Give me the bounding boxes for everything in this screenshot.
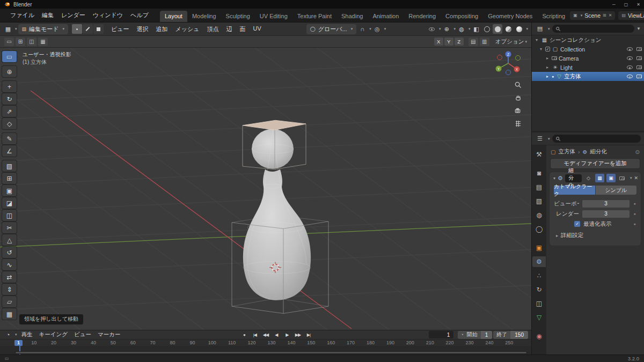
tool-add-cube-button[interactable]: ▧ <box>2 160 17 172</box>
scene-selector[interactable]: ▣ ▾ Scene ⊞ ✕ <box>570 11 615 20</box>
outliner-row-camera[interactable]: ▸ Camera <box>532 54 644 63</box>
properties-tab-world[interactable]: ◯ <box>532 224 546 234</box>
properties-tab-constraints[interactable]: ◫ <box>532 298 546 309</box>
tool-move-button[interactable]: + <box>2 81 17 92</box>
tool-option-icon-1[interactable]: ▭ <box>4 38 14 46</box>
vp-menu-vertex[interactable]: 頂点 <box>203 24 223 34</box>
modifier-extras-icon[interactable]: ▾ <box>630 176 632 180</box>
tool-bevel-button[interactable]: ◪ <box>2 197 17 209</box>
collection-checkbox[interactable]: ✓ <box>545 47 550 51</box>
pawn-mesh[interactable] <box>243 129 311 300</box>
menu-render[interactable]: レンダー <box>57 10 89 20</box>
properties-tab-scene[interactable]: ◍ <box>532 210 546 220</box>
modifier-name-field[interactable]: 細分化 <box>565 174 582 182</box>
snap-target-icon[interactable]: ▤ <box>469 38 478 46</box>
viewport-3d[interactable]: ユーザー・透視投影 (1) 立方体 ▭⊕+↻⇗◇✎∠▧⊞▣◪◫✂△↺∿⇄⇕▱▦ <box>0 48 531 330</box>
disable-render-camera-icon[interactable] <box>636 75 642 78</box>
disable-render-camera-icon[interactable] <box>636 56 642 60</box>
hide-viewport-eye-icon[interactable] <box>627 75 633 78</box>
tool-shear-button[interactable]: ▱ <box>2 296 17 307</box>
vertex-select-mode-button[interactable] <box>72 24 82 34</box>
expand-icon[interactable]: ▾ <box>538 47 544 51</box>
menu-window[interactable]: ウィンドウ <box>89 10 127 20</box>
proportional-editing-icon[interactable]: ◎ <box>372 24 382 34</box>
hide-viewport-eye-icon[interactable] <box>627 47 633 51</box>
face-select-mode-button[interactable] <box>93 24 104 34</box>
frame-end-field[interactable]: 終了 150 <box>493 331 528 339</box>
display-realtime-icon[interactable]: ▣ <box>606 174 616 182</box>
transport-jump-prev-keyframe-button[interactable]: ◀◀ <box>261 333 270 337</box>
camera-view-icon[interactable] <box>513 106 523 115</box>
close-icon[interactable]: ✕ <box>636 2 640 7</box>
tab-rendering[interactable]: Rendering <box>404 11 441 22</box>
add-modifier-button[interactable]: モディファイアーを追加 <box>551 159 640 168</box>
pin-icon[interactable]: ⊙ <box>635 149 640 155</box>
vp-menu-mesh[interactable]: メッシュ <box>172 24 203 34</box>
mode-dropdown[interactable]: ▧ 編集モード ▾ <box>18 24 69 34</box>
disable-render-camera-icon[interactable] <box>636 47 642 51</box>
tool-spin-button[interactable]: ↺ <box>2 247 17 258</box>
viewport-canvas[interactable] <box>0 48 531 330</box>
timeline-editor-icon[interactable]: ◔ <box>3 331 13 338</box>
modifier-close-icon[interactable]: ✕ <box>634 175 638 181</box>
expand-icon[interactable]: ▸ <box>545 56 550 61</box>
tool-smooth-button[interactable]: ∿ <box>2 259 17 270</box>
outliner-row-collection[interactable]: ▾ ✓ ▢ Collection <box>532 45 644 54</box>
viewport-levels-field[interactable]: 3 <box>582 200 630 208</box>
tab-scripting[interactable]: Scripting <box>537 11 570 22</box>
properties-search-input[interactable] <box>552 135 641 143</box>
show-visibility-eye-icon[interactable] <box>427 24 437 34</box>
properties-tab-object[interactable]: ▣ <box>532 242 546 253</box>
properties-editor-icon[interactable]: ☰ <box>535 135 545 143</box>
timeline-menu-view[interactable]: ビュー <box>71 331 94 338</box>
menu-help[interactable]: ヘルプ <box>127 10 152 20</box>
breadcrumb-modifier[interactable]: 細分化 <box>590 148 607 156</box>
timeline-track[interactable] <box>0 346 531 354</box>
properties-tab-modifiers[interactable]: ⚙ <box>532 256 546 267</box>
navigation-gizmo[interactable]: Z Y X <box>491 49 525 81</box>
transport-jump-next-keyframe-button[interactable]: ▶▶ <box>293 333 302 337</box>
maximize-icon[interactable]: ▢ <box>624 2 628 7</box>
tab-compositing[interactable]: Compositing <box>441 11 483 22</box>
transport-play-reverse-button[interactable]: ◀ <box>272 333 281 337</box>
tool-edge-slide-button[interactable]: ⇄ <box>2 271 17 283</box>
show-overlays-icon[interactable]: ◍ <box>457 24 466 34</box>
display-on-cage-icon[interactable]: ◇ <box>584 174 593 182</box>
scrollbar-thumb[interactable] <box>16 352 526 353</box>
expand-icon[interactable]: ▸ <box>545 65 550 70</box>
tool-rip-region-button[interactable]: ▦ <box>2 308 17 320</box>
animate-dot-icon[interactable]: ● <box>633 222 636 226</box>
outliner-row-scene-collection[interactable]: ▾ ▦ シーンコレクション <box>532 35 644 45</box>
outliner-editor-icon[interactable]: ▤ <box>535 25 545 33</box>
timeline-menu-playback[interactable]: 再生 <box>18 331 36 338</box>
xray-toggle-icon[interactable]: ◧ <box>471 24 481 34</box>
overlays-caret-icon[interactable]: ▾ <box>469 27 471 31</box>
shading-material-button[interactable] <box>503 24 513 34</box>
tool-cursor-button[interactable]: ⊕ <box>2 66 17 77</box>
tab-animation[interactable]: Animation <box>368 11 404 22</box>
unlink-scene-icon[interactable]: ✕ <box>609 13 612 18</box>
breadcrumb-object[interactable]: 立方体 <box>558 148 575 156</box>
expand-icon[interactable]: ▾ <box>534 38 539 42</box>
panel-collapse-icon[interactable]: ▾ <box>553 176 555 181</box>
vp-menu-face[interactable]: 面 <box>236 24 250 34</box>
timeline-ruler[interactable]: 1102030405060708090100110120130140150160… <box>0 339 531 346</box>
tool-loop-cut-button[interactable]: ◫ <box>2 210 17 221</box>
catmull-clark-button[interactable]: カトマルクラーク <box>554 186 595 195</box>
render-levels-field[interactable]: 3 <box>582 210 630 218</box>
tab-shading[interactable]: Shading <box>336 11 368 22</box>
animate-dot-icon[interactable]: ● <box>633 212 636 216</box>
timeline-menu-marker[interactable]: マーカー <box>94 331 124 338</box>
tool-transform-button[interactable]: ◇ <box>2 118 17 129</box>
mirror-x-button[interactable]: X <box>434 38 443 46</box>
display-render-icon[interactable] <box>618 174 627 182</box>
frame-start-field[interactable]: ◔ 開始 1 <box>458 331 492 339</box>
transport-play-button[interactable]: ▶ <box>282 333 291 337</box>
tool-measure-button[interactable]: ∠ <box>2 145 17 157</box>
display-editmode-icon[interactable]: ▦ <box>595 174 604 182</box>
current-frame-badge[interactable]: 1 <box>14 340 23 346</box>
tool-inset-faces-button[interactable]: ▣ <box>2 185 17 196</box>
vp-menu-view[interactable]: ビュー <box>107 24 133 34</box>
tool-rotate-button[interactable]: ↻ <box>2 93 17 105</box>
gizmo-caret-icon[interactable]: ▾ <box>453 27 456 31</box>
